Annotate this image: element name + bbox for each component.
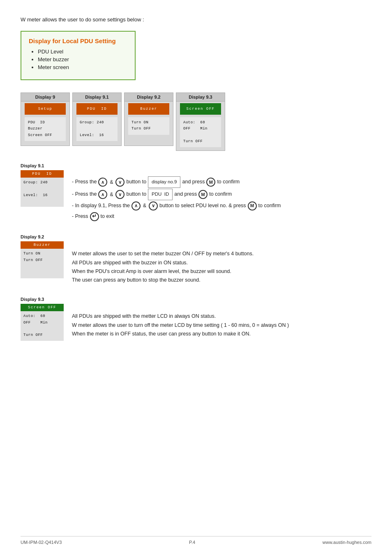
display-9-1-header: PDU ID (76, 103, 118, 115)
green-box-list: PDU Level Meter buzzer Meter screen (29, 49, 127, 70)
instr-text: - Press the (72, 190, 97, 199)
box-label-display9: display no.9 (148, 176, 180, 188)
display-9-1-body: Group: 240Level: 16 (76, 117, 118, 141)
instruction-line-2: - Press the & button to PDU ID and press… (72, 189, 371, 200)
display-row: Display 9 Setup PDU IDBuzzerScreen OFF D… (21, 92, 371, 151)
section-9-2: Display 9.2 Buzzer Turn ONTurn OFF W met… (21, 234, 371, 284)
list-item: PDU Level (38, 49, 127, 55)
mini-body-9-2: Turn ONTurn OFF (21, 249, 64, 278)
down-button-icon (115, 190, 125, 199)
section-9-3-row: Screen OFF Auto: 60OFF MinTurn OFF All P… (21, 304, 371, 341)
mini-header-9-3: Screen OFF (21, 304, 64, 311)
instr-text: - Press the (72, 177, 97, 187)
ampersand: & (110, 190, 113, 199)
display-9-3-body: Auto: 60OFF MinTurn OFF (180, 117, 221, 147)
mini-body-9-3: Auto: 60OFF MinTurn OFF (21, 311, 64, 340)
display-9-2-header: Buzzer (128, 103, 169, 115)
display-9-2: Display 9.2 Buzzer Turn ONTurn OFF (124, 92, 173, 146)
back-button-icon (90, 212, 99, 221)
mini-display-9-2: Buzzer Turn ONTurn OFF (21, 241, 64, 278)
footer-right: www.austin-hughes.com (323, 540, 371, 545)
up-button-icon (131, 201, 141, 210)
instruction-line-4: - Press to exit (72, 212, 371, 222)
instr-text: - Press (72, 212, 88, 222)
ampersand: & (143, 201, 146, 210)
display-9-label: Display 9 (21, 93, 69, 102)
section-9-3-label: Display 9.3 (21, 297, 371, 302)
instr-text: - In display 9.1, Press the (72, 201, 130, 211)
ampersand: & (110, 178, 113, 187)
instr-text: and press (182, 177, 205, 187)
footer-left: UM-IPM-02-Q414V3 (21, 540, 62, 545)
section-9-3-text: All PDUs are shipped with the metter LCD… (72, 304, 371, 338)
instr-text: to exit (101, 212, 114, 222)
instr-text: button to select PDU level no. & press (159, 201, 246, 211)
instruction-line-3: - In display 9.1, Press the & button to … (72, 201, 371, 211)
instruction-line-1: - Press the & button to display no.9 and… (72, 176, 371, 188)
display-9-1-label: Display 9.1 (73, 93, 121, 102)
mini-header-9-1: PDU ID (21, 170, 64, 178)
section-9-2-row: Buzzer Turn ONTurn OFF W meter allows th… (21, 241, 371, 284)
desc-line-3: When the meter is in OFF status, the use… (72, 331, 251, 337)
desc-line-3: When the PDU's circuit Amp is over alarm… (72, 268, 231, 274)
section-9-1-row: PDU ID Group: 240Level: 16 - Press the &… (21, 170, 371, 222)
mini-display-9-1: PDU ID Group: 240Level: 16 (21, 170, 64, 207)
instr-text: button to (126, 190, 146, 199)
desc-line-1: W meter allows the user to set the meter… (72, 251, 254, 257)
m-button-icon (248, 201, 257, 210)
down-button-icon (115, 178, 125, 187)
display-9-body: PDU IDBuzzerScreen OFF (25, 117, 66, 141)
instr-text: button to (126, 177, 146, 187)
section-9-1: Display 9.1 PDU ID Group: 240Level: 16 -… (21, 163, 371, 222)
green-box-title: Display for Local PDU Setting (29, 37, 127, 44)
desc-line-2: W meter allows the user to turn off the … (72, 322, 289, 328)
green-box: Display for Local PDU Setting PDU Level … (21, 31, 136, 80)
mini-body-9-1: Group: 240Level: 16 (21, 178, 64, 207)
display-9-3-header: Screen OFF (180, 103, 221, 115)
section-9-2-text: W meter allows the user to set the meter… (72, 241, 371, 284)
instructions-9-1: - Press the & button to display no.9 and… (72, 170, 371, 222)
footer: UM-IPM-02-Q414V3 P.4 www.austin-hughes.c… (21, 536, 371, 545)
desc-line-2: All PDUs are shipped with the buzzer in … (72, 260, 188, 266)
intro-text: W meter allows the user to do some setti… (21, 16, 371, 23)
box-label-pduid: PDU ID (148, 189, 173, 200)
display-9-header: Setup (25, 103, 66, 115)
desc-line-4: The user can press any button to stop th… (72, 277, 201, 283)
instr-text: to confirm (217, 177, 240, 187)
instr-text: to confirm (258, 201, 281, 211)
desc-line-1: All PDUs are shipped with the metter LCD… (72, 313, 216, 319)
section-9-3: Display 9.3 Screen OFF Auto: 60OFF MinTu… (21, 297, 371, 341)
list-item: Meter screen (38, 64, 127, 70)
display-9-2-label: Display 9.2 (125, 93, 173, 102)
up-button-icon (98, 178, 107, 187)
list-item: Meter buzzer (38, 56, 127, 62)
section-9-1-label: Display 9.1 (21, 163, 371, 168)
mini-header-9-2: Buzzer (21, 241, 64, 249)
footer-center: P.4 (189, 540, 195, 545)
display-9-1: Display 9.1 PDU ID Group: 240Level: 16 (72, 92, 122, 146)
down-button-icon (149, 201, 158, 210)
display-9: Display 9 Setup PDU IDBuzzerScreen OFF (21, 92, 70, 146)
instr-text: to confirm (209, 190, 232, 199)
m-button-icon (206, 178, 215, 187)
up-button-icon (98, 190, 107, 199)
section-9-2-label: Display 9.2 (21, 234, 371, 239)
m-button-icon (198, 190, 208, 199)
instr-text: and press (174, 190, 197, 199)
display-9-3-label: Display 9.3 (176, 93, 225, 102)
display-9-2-body: Turn ONTurn OFF (128, 117, 169, 135)
mini-display-9-3: Screen OFF Auto: 60OFF MinTurn OFF (21, 304, 64, 341)
display-9-3: Display 9.3 Screen OFF Auto: 60OFF MinTu… (176, 92, 225, 151)
